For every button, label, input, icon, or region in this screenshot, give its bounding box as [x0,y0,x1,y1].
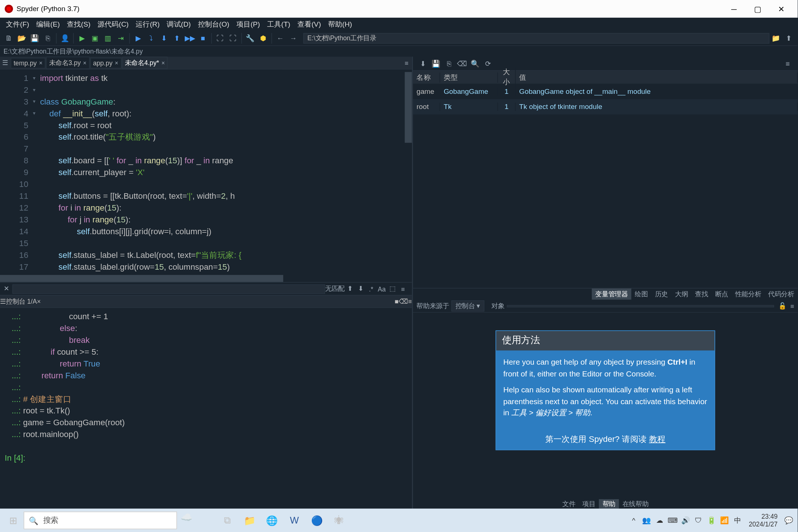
find-prev-icon[interactable]: ⬆ [345,285,355,293]
taskbar-search[interactable]: 🔍搜索 [24,512,177,529]
find-case-icon[interactable]: Aa [376,285,387,292]
tab-app[interactable]: app.py× [90,58,121,68]
right-tab[interactable]: 大纲 [671,289,691,300]
browser-icon[interactable]: 🌐 [261,511,283,530]
tab-temp[interactable]: temp.py× [11,58,45,68]
tab-unnamed3[interactable]: 未命名3.py× [46,57,90,69]
ipython-console[interactable]: ...: count += 1 ...: else: ...: break ..… [0,308,412,510]
tray-chevron-icon[interactable]: ^ [627,516,640,524]
menu-file[interactable]: 文件(F) [2,19,33,29]
tray-keyboard-icon[interactable]: ⌨ [666,516,679,524]
right-tab[interactable]: 性能分析 [732,289,764,300]
step-out-icon[interactable]: ⬆ [171,31,184,44]
word-icon[interactable]: W [283,511,306,530]
tab-list-icon[interactable]: ≡ [401,59,412,66]
help-object-input[interactable] [507,305,774,307]
menu-projects[interactable]: 项目(P) [233,19,263,29]
console-menu-icon[interactable]: ≡ [408,298,412,305]
editor-hscroll[interactable] [0,275,412,282]
find-expand-icon[interactable]: ≡ [398,285,408,292]
explorer-icon[interactable]: 📁 [238,511,261,530]
find-word-icon[interactable]: ⬚ [387,285,398,293]
var-options-icon[interactable]: ≡ [781,59,794,67]
continue-icon[interactable]: ▶▶ [184,31,197,44]
tray-clock[interactable]: 23:492024/1/27 [744,512,782,528]
spyder-taskbar-icon[interactable]: 🕷 [328,511,351,530]
tray-security-icon[interactable]: 🛡 [692,516,705,524]
user-icon[interactable]: 👤 [58,31,71,44]
browse-dir-icon[interactable]: 📁 [769,31,782,44]
tray-battery-icon[interactable]: 🔋 [705,516,718,524]
find-next-icon[interactable]: ⬇ [355,285,366,293]
new-file-icon[interactable]: 🗎 [2,31,15,44]
editor-vscroll[interactable] [405,69,412,275]
menu-view[interactable]: 查看(V) [294,19,324,29]
help-source-dropdown[interactable]: 控制台 ▾ [451,300,485,311]
step-into-icon[interactable]: ⬇ [157,31,170,44]
stop-debug-icon[interactable]: ■ [197,31,209,44]
menu-help[interactable]: 帮助(H) [324,19,355,29]
tray-wifi-icon[interactable]: 📶 [718,516,731,524]
menu-run[interactable]: 运行(R) [132,19,163,29]
open-file-icon[interactable]: 📂 [16,31,28,44]
task-view-icon[interactable]: ⧉ [216,511,239,530]
help-tab[interactable]: 在线帮助 [619,499,652,510]
console-tab-1a[interactable]: 控制台 1/A× [6,297,41,306]
edge-icon[interactable]: 🔵 [306,511,328,530]
clear-vars-icon[interactable]: ⌫ [456,59,468,67]
tray-people-icon[interactable]: 👥 [640,516,653,524]
save-icon[interactable]: 💾 [28,31,41,44]
parent-dir-icon[interactable]: ⬆ [782,31,795,44]
help-tab[interactable]: 项目 [579,499,599,510]
run-cell-icon[interactable]: ▣ [89,31,102,44]
tutorial-link[interactable]: 教程 [649,434,666,444]
debug-icon[interactable]: ▶ [132,31,144,44]
tray-notifications-icon[interactable]: 💬 [782,516,795,524]
minimize-button[interactable]: ─ [722,4,746,13]
console-dock-icon[interactable]: ☰ [0,298,6,306]
tab-unnamed4[interactable]: 未命名4.py*× [122,57,168,69]
right-tab[interactable]: 断点 [712,289,732,300]
menu-search[interactable]: 查找(S) [63,19,94,29]
forward-icon[interactable]: → [287,31,300,44]
save-as-icon[interactable]: ⎘ [443,59,456,67]
start-button[interactable]: ⊞ [2,511,23,530]
var-row[interactable]: gameGobangGame1GobangGame object of __ma… [413,84,798,99]
menu-debug[interactable]: 调试(D) [163,19,194,29]
preferences-icon[interactable]: 🔧 [244,31,257,44]
menu-source[interactable]: 源代码(C) [94,19,132,29]
save-all-icon[interactable]: ⎘ [41,31,54,44]
right-tab[interactable]: 绘图 [631,289,651,300]
find-input[interactable] [13,284,325,294]
working-dir-input[interactable]: E:\文档\Python工作目录 [303,33,770,44]
find-regex-icon[interactable]: .* [366,285,376,292]
maximize-pane-icon[interactable]: ⛶ [214,31,226,44]
run-icon[interactable]: ▶ [75,31,88,44]
right-tab[interactable]: 历史 [651,289,671,300]
right-tab[interactable]: 变量管理器 [592,289,631,300]
help-tab[interactable]: 文件 [559,499,579,510]
help-menu-icon[interactable]: ≡ [790,302,794,309]
tray-volume-icon[interactable]: 🔊 [679,516,692,524]
fullscreen-icon[interactable]: ⛶ [226,31,239,44]
code-editor[interactable]: 1234567891011121314151617 ▾▾ ▾▾ import t… [0,69,412,275]
menu-consoles[interactable]: 控制台(O) [194,19,233,29]
var-row[interactable]: rootTk1Tk object of tkinter module [413,99,798,115]
col-value[interactable]: 值 [516,72,798,82]
console-clear-icon[interactable]: ⌫ [399,298,408,306]
maximize-button[interactable]: ▢ [746,4,770,13]
close-button[interactable]: ✕ [769,4,793,13]
refresh-vars-icon[interactable]: ⟳ [481,59,494,67]
col-type[interactable]: 类型 [440,72,498,82]
col-name[interactable]: 名称 [413,72,440,82]
help-tab[interactable]: 帮助 [599,499,619,510]
tray-onedrive-icon[interactable]: ☁ [653,516,666,524]
menu-edit[interactable]: 编辑(E) [33,19,63,29]
run-selection-icon[interactable]: ⇥ [115,31,127,44]
console-stop-icon[interactable]: ■ [395,298,399,305]
menu-tools[interactable]: 工具(T) [263,19,294,29]
import-data-icon[interactable]: ⬇ [416,59,429,67]
save-data-icon[interactable]: 💾 [430,59,443,67]
right-tab[interactable]: 代码分析 [765,289,798,300]
weather-widget[interactable]: ☁️ [181,512,204,529]
